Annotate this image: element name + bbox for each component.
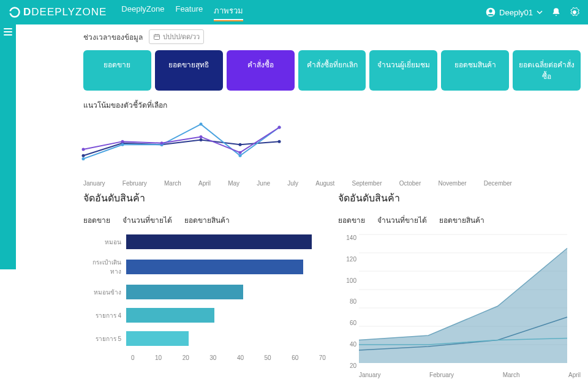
date-row: ช่วงเวลาของข้อมูล ปปปป/ดด/วว — [83, 29, 581, 44]
metric-cards: ยอดขายยอดขายสุทธิคำสั่งซื้อคำสั่งซื้อที่… — [83, 50, 581, 91]
user-icon — [486, 7, 496, 17]
svg-point-25 — [239, 151, 242, 154]
rank-tabs-right: ยอดขายจำนวนที่ขายได้ยอดขายสินค้า — [338, 214, 581, 226]
rank-title-right: จัดอันดับสินค้า — [338, 190, 581, 206]
hbar-row: กระเป๋าเดินทาง — [83, 258, 326, 276]
brand-logo: DDEEPLYZONE — [9, 6, 107, 18]
date-label: ช่วงเวลาของข้อมูล — [83, 31, 143, 43]
metric-card[interactable]: ยอดขาย — [83, 50, 151, 91]
chevron-down-icon — [537, 9, 543, 15]
hamburger-icon[interactable] — [4, 28, 12, 269]
rank-left: จัดอันดับสินค้า ยอดขายจำนวนที่ขายได้ยอดข… — [83, 187, 326, 381]
rank-tab[interactable]: ยอดขาย — [83, 214, 110, 226]
trend-chart: JanuaryFebruaryMarchAprilMayJuneJulyAugu… — [83, 113, 581, 187]
metric-card[interactable]: ยอดชมสินค้า — [441, 50, 509, 91]
user-menu[interactable]: Deeply01 — [486, 7, 543, 17]
svg-point-15 — [82, 157, 85, 160]
svg-point-19 — [239, 154, 242, 157]
rank-tab[interactable]: จำนวนที่ขายได้ — [377, 214, 427, 226]
gear-icon[interactable] — [570, 7, 579, 17]
sidebar — [0, 24, 16, 269]
nav-deeplyzone[interactable]: DeeplyZone — [121, 4, 164, 20]
trend-title: แนวโน้มของตัวชี้วัดที่เลือก — [83, 99, 581, 111]
svg-point-26 — [278, 126, 281, 129]
svg-point-24 — [200, 135, 203, 138]
svg-point-12 — [200, 138, 203, 141]
date-input[interactable]: ปปปป/ดด/วว — [149, 29, 204, 44]
rank-right: จัดอันดับสินค้า ยอดขายจำนวนที่ขายได้ยอดข… — [338, 187, 581, 381]
metric-card[interactable]: ยอดเฉลี่ยต่อคำสั่งซื้อ — [513, 50, 581, 91]
rank-tab[interactable]: ยอดขาย — [338, 214, 365, 226]
nav-feature[interactable]: Feature — [175, 4, 203, 20]
logo-icon — [9, 6, 21, 18]
hbar-row: รายการ 4 — [83, 308, 326, 323]
nav-ภาพรวม[interactable]: ภาพรวม — [214, 4, 243, 20]
nav-links: DeeplyZoneFeatureภาพรวม — [121, 4, 243, 20]
user-name: Deeply01 — [499, 8, 533, 17]
rank-tabs-left: ยอดขายจำนวนที่ขายได้ยอดขายสินค้า — [83, 214, 326, 226]
hbar-chart: หมอนกระเป๋าเดินทางหมอนข้างรายการ 4รายการ… — [83, 234, 326, 381]
rank-tab[interactable]: จำนวนที่ขายได้ — [123, 214, 172, 226]
metric-card[interactable]: จำนวนผู้เยี่ยมชม — [369, 50, 437, 91]
svg-point-22 — [121, 140, 124, 143]
svg-point-14 — [278, 140, 281, 143]
hbar-row: หมอน — [83, 234, 326, 249]
hbar-row: รายการ 5 — [83, 331, 326, 346]
topbar: DDEEPLYZONE DeeplyZoneFeatureภาพรวม Deep… — [0, 0, 588, 24]
svg-point-4 — [573, 11, 576, 14]
rank-tab[interactable]: ยอดขายสินค้า — [184, 214, 230, 226]
svg-point-18 — [200, 122, 203, 125]
user-area: Deeply01 — [486, 7, 579, 17]
date-placeholder: ปปปป/ดด/วว — [163, 31, 200, 42]
hbar-row: หมอนข้าง — [83, 285, 326, 299]
svg-point-21 — [82, 148, 85, 151]
svg-point-23 — [160, 141, 164, 144]
svg-point-9 — [82, 154, 85, 157]
bell-icon[interactable] — [551, 7, 561, 17]
rank-title-left: จัดอันดับสินค้า — [83, 190, 326, 206]
brand-text: DEEPLYZONE — [31, 6, 107, 18]
metric-card[interactable]: คำสั่งซื้อที่ยกเลิก — [298, 50, 366, 91]
main-content: ช่วงเวลาของข้อมูล ปปปป/ดด/วว ยอดขายยอดขา… — [16, 24, 588, 382]
svg-rect-1 — [9, 11, 12, 13]
metric-card[interactable]: คำสั่งซื้อ — [227, 50, 295, 91]
calendar-icon — [153, 33, 160, 40]
svg-point-16 — [121, 143, 124, 146]
area-chart: 14012010080604020 JanuaryFebruaryMarchAp… — [338, 234, 581, 381]
svg-point-13 — [239, 143, 242, 146]
metric-card[interactable]: ยอดขายสุทธิ — [155, 50, 223, 91]
svg-rect-5 — [154, 35, 160, 40]
svg-point-3 — [489, 9, 492, 12]
rank-tab[interactable]: ยอดขายสินค้า — [439, 214, 484, 226]
